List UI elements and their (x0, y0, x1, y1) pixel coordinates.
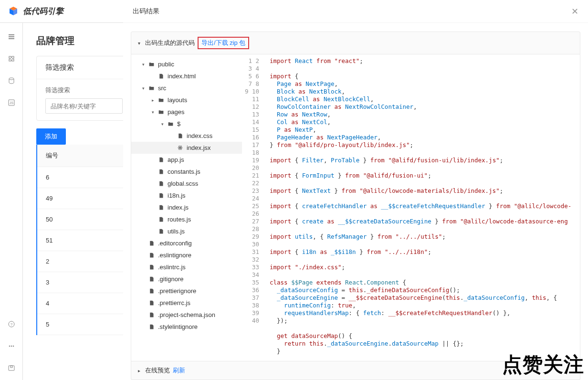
filter-panel: 筛选搜索 筛选搜索 (36, 56, 132, 121)
tree-node[interactable]: app.js (131, 154, 242, 166)
file-icon (158, 180, 165, 187)
code-editor[interactable]: 1 2 3 4 5 6 7 8 9 10 11 12 13 14 15 16 1… (242, 54, 580, 361)
filter-panel-title: 筛选搜索 (37, 56, 131, 79)
folder-icon (148, 85, 155, 91)
tree-node[interactable]: ▾src (131, 82, 242, 94)
file-icon (158, 228, 165, 234)
svg-point-9 (10, 346, 12, 347)
preview-section-bar[interactable]: ▸ 在线预览 刷新 (131, 361, 580, 380)
more-icon[interactable] (7, 342, 16, 350)
export-zip-link[interactable]: 导出/下载 zip 包 (198, 37, 249, 49)
file-icon (148, 288, 155, 294)
file-icon (148, 312, 155, 318)
modal-titlebar: 出码结果 ✕ (123, 0, 588, 23)
folder-icon (158, 97, 165, 103)
code-content: import React from "react"; import { Page… (265, 54, 580, 361)
line-gutter: 1 2 3 4 5 6 7 8 9 10 11 12 13 14 15 16 1… (242, 54, 265, 361)
file-icon (158, 157, 165, 163)
file-icon (158, 169, 165, 175)
svg-rect-12 (10, 366, 12, 368)
folder-icon (158, 109, 165, 115)
file-icon (148, 240, 155, 246)
chevron-down-icon: ▾ (138, 41, 140, 46)
file-icon (148, 276, 155, 282)
tree-node[interactable]: .stylelintignore (131, 321, 242, 333)
tree-node[interactable]: index.css (131, 130, 242, 142)
refresh-link[interactable]: 刷新 (173, 366, 185, 375)
tree-node[interactable]: index.html (131, 70, 242, 82)
table-row[interactable]: 6 (37, 167, 132, 188)
svg-point-8 (9, 346, 10, 347)
react-icon (177, 145, 184, 151)
file-icon (158, 204, 165, 211)
table-row[interactable]: 49 (37, 188, 132, 209)
svg-rect-11 (9, 366, 14, 370)
file-icon (158, 192, 165, 199)
codegen-modal: 出码结果 ✕ ▾ 出码生成的源代码 导出/下载 zip 包 ▾publicind… (123, 0, 588, 380)
chevron-right-icon: ▸ (138, 368, 140, 373)
tree-node[interactable]: .eslintignore (131, 249, 242, 261)
svg-rect-1 (9, 36, 14, 37)
file-icon (177, 133, 184, 139)
tree-node[interactable]: ▾pages (131, 106, 242, 118)
table-row[interactable]: 50 (37, 209, 132, 230)
folder-icon (148, 61, 155, 67)
tree-node[interactable]: .eslintrc.js (131, 261, 242, 273)
tree-node[interactable]: .prettierignore (131, 285, 242, 297)
svg-text:JS: JS (9, 101, 13, 105)
table-header: 编号 (37, 145, 132, 167)
tree-node[interactable]: constants.js (131, 166, 242, 178)
tree-node[interactable]: ▾$ (131, 118, 242, 130)
data-table: 编号 64950512345 (36, 145, 132, 335)
tree-node[interactable]: routes.js (131, 213, 242, 225)
modal-title: 出码结果 (133, 7, 159, 16)
table-row[interactable]: 4 (37, 293, 132, 314)
table-row[interactable]: 51 (37, 230, 132, 251)
table-row[interactable]: 5 (37, 314, 132, 335)
close-icon[interactable]: ✕ (571, 6, 578, 17)
tree-node[interactable]: ▸layouts (131, 94, 242, 106)
svg-rect-2 (9, 38, 14, 39)
tree-node[interactable]: .project-schema.json (131, 309, 242, 321)
file-icon (148, 264, 155, 270)
file-icon (148, 324, 155, 330)
svg-point-10 (12, 346, 14, 347)
file-icon (158, 216, 165, 222)
app-logo: 低代码引擎 (8, 6, 63, 17)
logo-icon (8, 6, 19, 17)
svg-point-13 (179, 147, 180, 148)
tree-node[interactable]: ▾public (131, 58, 242, 70)
outline-icon[interactable] (7, 32, 16, 41)
tree-node[interactable]: .gitignore (131, 273, 242, 285)
puzzle-icon[interactable] (7, 54, 16, 63)
folder-icon (168, 121, 174, 127)
footer-label: 在线预览 (145, 366, 170, 375)
tree-node[interactable]: index.jsx (131, 142, 242, 154)
file-tree[interactable]: ▾publicindex.html▾src▸layouts▾pages▾$ind… (131, 54, 242, 361)
tree-node[interactable]: utils.js (131, 225, 242, 237)
svg-rect-0 (9, 34, 14, 35)
database-icon[interactable] (7, 76, 16, 85)
tree-node[interactable]: i18n.js (131, 190, 242, 201)
filter-label: 筛选搜索 (45, 86, 123, 95)
tree-node[interactable]: .prettierrc.js (131, 297, 242, 309)
source-section-bar[interactable]: ▾ 出码生成的源代码 导出/下载 zip 包 (131, 32, 580, 54)
filter-input[interactable] (45, 98, 123, 114)
tree-node[interactable]: index.js (131, 201, 242, 213)
svg-text:?: ? (10, 322, 12, 327)
svg-point-3 (9, 78, 14, 80)
help-icon[interactable]: ? (7, 320, 16, 328)
file-icon (148, 300, 155, 306)
table-row[interactable]: 3 (37, 272, 132, 293)
tree-node[interactable]: .editorconfig (131, 237, 242, 249)
table-row[interactable]: 2 (37, 251, 132, 272)
tree-node[interactable]: global.scss (131, 178, 242, 190)
package-icon[interactable] (7, 364, 16, 372)
add-button[interactable]: 添加 (36, 128, 66, 145)
file-icon (158, 73, 165, 79)
left-sidebar: JS ? (0, 23, 23, 380)
file-icon (148, 252, 155, 258)
section-title: 出码生成的源代码 (145, 39, 195, 47)
js-icon[interactable]: JS (7, 98, 16, 107)
app-name: 低代码引擎 (23, 6, 63, 17)
